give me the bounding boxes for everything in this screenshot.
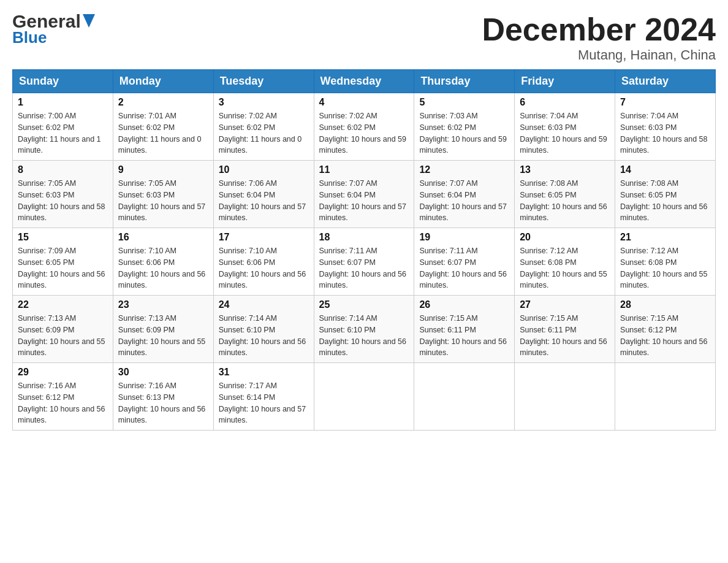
day-info: Sunrise: 7:11 AMSunset: 6:07 PMDaylight:… [419,245,509,291]
day-info: Sunrise: 7:14 AMSunset: 6:10 PMDaylight:… [219,313,309,359]
day-number: 24 [219,299,309,310]
calendar-week-row: 15Sunrise: 7:09 AMSunset: 6:05 PMDayligh… [13,228,716,296]
table-row [314,363,414,431]
day-number: 23 [118,299,208,310]
day-number: 3 [219,97,309,108]
day-info: Sunrise: 7:06 AMSunset: 6:04 PMDaylight:… [219,178,309,224]
day-number: 28 [620,299,710,310]
day-number: 21 [620,232,710,243]
table-row [615,363,716,431]
table-row: 10Sunrise: 7:06 AMSunset: 6:04 PMDayligh… [213,161,314,228]
day-number: 6 [520,97,610,108]
day-number: 2 [118,97,208,108]
day-info: Sunrise: 7:01 AMSunset: 6:02 PMDaylight:… [118,110,208,156]
table-row: 30Sunrise: 7:16 AMSunset: 6:13 PMDayligh… [113,363,213,431]
calendar-week-row: 1Sunrise: 7:00 AMSunset: 6:02 PMDaylight… [13,93,716,161]
table-row [414,363,515,431]
day-number: 17 [219,232,309,243]
table-row: 9Sunrise: 7:05 AMSunset: 6:03 PMDaylight… [113,161,213,228]
day-number: 26 [419,299,509,310]
day-number: 16 [118,232,208,243]
table-row: 12Sunrise: 7:07 AMSunset: 6:04 PMDayligh… [414,161,515,228]
day-info: Sunrise: 7:00 AMSunset: 6:02 PMDaylight:… [18,110,108,156]
table-row: 28Sunrise: 7:15 AMSunset: 6:12 PMDayligh… [615,296,716,363]
svg-marker-0 [83,14,95,28]
table-row: 29Sunrise: 7:16 AMSunset: 6:12 PMDayligh… [13,363,113,431]
table-row: 23Sunrise: 7:13 AMSunset: 6:09 PMDayligh… [113,296,213,363]
day-info: Sunrise: 7:05 AMSunset: 6:03 PMDaylight:… [18,178,108,224]
calendar-table: Sunday Monday Tuesday Wednesday Thursday… [12,69,716,431]
day-info: Sunrise: 7:15 AMSunset: 6:11 PMDaylight:… [419,313,509,359]
day-number: 4 [319,97,409,108]
day-info: Sunrise: 7:16 AMSunset: 6:13 PMDaylight:… [118,380,208,426]
logo-arrow-icon [83,14,95,29]
table-row: 1Sunrise: 7:00 AMSunset: 6:02 PMDaylight… [13,93,113,161]
day-info: Sunrise: 7:02 AMSunset: 6:02 PMDaylight:… [219,110,309,156]
table-row: 4Sunrise: 7:02 AMSunset: 6:02 PMDaylight… [314,93,414,161]
table-row: 2Sunrise: 7:01 AMSunset: 6:02 PMDaylight… [113,93,213,161]
table-row: 24Sunrise: 7:14 AMSunset: 6:10 PMDayligh… [213,296,314,363]
day-info: Sunrise: 7:02 AMSunset: 6:02 PMDaylight:… [319,110,409,156]
day-number: 19 [419,232,509,243]
day-info: Sunrise: 7:11 AMSunset: 6:07 PMDaylight:… [319,245,409,291]
day-info: Sunrise: 7:12 AMSunset: 6:08 PMDaylight:… [620,245,710,291]
day-info: Sunrise: 7:17 AMSunset: 6:14 PMDaylight:… [219,380,309,426]
day-info: Sunrise: 7:13 AMSunset: 6:09 PMDaylight:… [18,313,108,359]
table-row: 14Sunrise: 7:08 AMSunset: 6:05 PMDayligh… [615,161,716,228]
day-info: Sunrise: 7:16 AMSunset: 6:12 PMDaylight:… [18,380,108,426]
day-number: 20 [520,232,610,243]
table-row: 11Sunrise: 7:07 AMSunset: 6:04 PMDayligh… [314,161,414,228]
day-info: Sunrise: 7:09 AMSunset: 6:05 PMDaylight:… [18,245,108,291]
day-number: 5 [419,97,509,108]
table-row [515,363,615,431]
day-number: 11 [319,164,409,175]
day-number: 12 [419,164,509,175]
month-title: December 2024 [482,12,716,47]
day-info: Sunrise: 7:03 AMSunset: 6:02 PMDaylight:… [419,110,509,156]
day-info: Sunrise: 7:10 AMSunset: 6:06 PMDaylight:… [118,245,208,291]
day-info: Sunrise: 7:04 AMSunset: 6:03 PMDaylight:… [620,110,710,156]
day-number: 29 [18,367,108,378]
header-saturday: Saturday [615,70,716,93]
table-row: 5Sunrise: 7:03 AMSunset: 6:02 PMDaylight… [414,93,515,161]
day-number: 14 [620,164,710,175]
day-number: 7 [620,97,710,108]
day-info: Sunrise: 7:08 AMSunset: 6:05 PMDaylight:… [620,178,710,224]
day-info: Sunrise: 7:15 AMSunset: 6:11 PMDaylight:… [520,313,610,359]
header-monday: Monday [113,70,213,93]
table-row: 3Sunrise: 7:02 AMSunset: 6:02 PMDaylight… [213,93,314,161]
header-tuesday: Tuesday [213,70,314,93]
table-row: 8Sunrise: 7:05 AMSunset: 6:03 PMDaylight… [13,161,113,228]
day-number: 25 [319,299,409,310]
day-number: 18 [319,232,409,243]
day-info: Sunrise: 7:05 AMSunset: 6:03 PMDaylight:… [118,178,208,224]
table-row: 19Sunrise: 7:11 AMSunset: 6:07 PMDayligh… [414,228,515,296]
day-number: 9 [118,164,208,175]
day-info: Sunrise: 7:14 AMSunset: 6:10 PMDaylight:… [319,313,409,359]
day-info: Sunrise: 7:07 AMSunset: 6:04 PMDaylight:… [419,178,509,224]
day-number: 22 [18,299,108,310]
logo-blue-text: Blue [12,28,47,47]
day-number: 31 [219,367,309,378]
day-number: 8 [18,164,108,175]
table-row: 16Sunrise: 7:10 AMSunset: 6:06 PMDayligh… [113,228,213,296]
table-row: 22Sunrise: 7:13 AMSunset: 6:09 PMDayligh… [13,296,113,363]
calendar-week-row: 29Sunrise: 7:16 AMSunset: 6:12 PMDayligh… [13,363,716,431]
day-info: Sunrise: 7:07 AMSunset: 6:04 PMDaylight:… [319,178,409,224]
day-number: 13 [520,164,610,175]
day-info: Sunrise: 7:04 AMSunset: 6:03 PMDaylight:… [520,110,610,156]
table-row: 26Sunrise: 7:15 AMSunset: 6:11 PMDayligh… [414,296,515,363]
table-row: 17Sunrise: 7:10 AMSunset: 6:06 PMDayligh… [213,228,314,296]
day-info: Sunrise: 7:13 AMSunset: 6:09 PMDaylight:… [118,313,208,359]
header-thursday: Thursday [414,70,515,93]
header-sunday: Sunday [13,70,113,93]
day-number: 15 [18,232,108,243]
header-wednesday: Wednesday [314,70,414,93]
calendar-week-row: 8Sunrise: 7:05 AMSunset: 6:03 PMDaylight… [13,161,716,228]
table-row: 25Sunrise: 7:14 AMSunset: 6:10 PMDayligh… [314,296,414,363]
day-number: 30 [118,367,208,378]
day-info: Sunrise: 7:12 AMSunset: 6:08 PMDaylight:… [520,245,610,291]
table-row: 6Sunrise: 7:04 AMSunset: 6:03 PMDaylight… [515,93,615,161]
calendar-header-row: Sunday Monday Tuesday Wednesday Thursday… [13,70,716,93]
day-info: Sunrise: 7:15 AMSunset: 6:12 PMDaylight:… [620,313,710,359]
